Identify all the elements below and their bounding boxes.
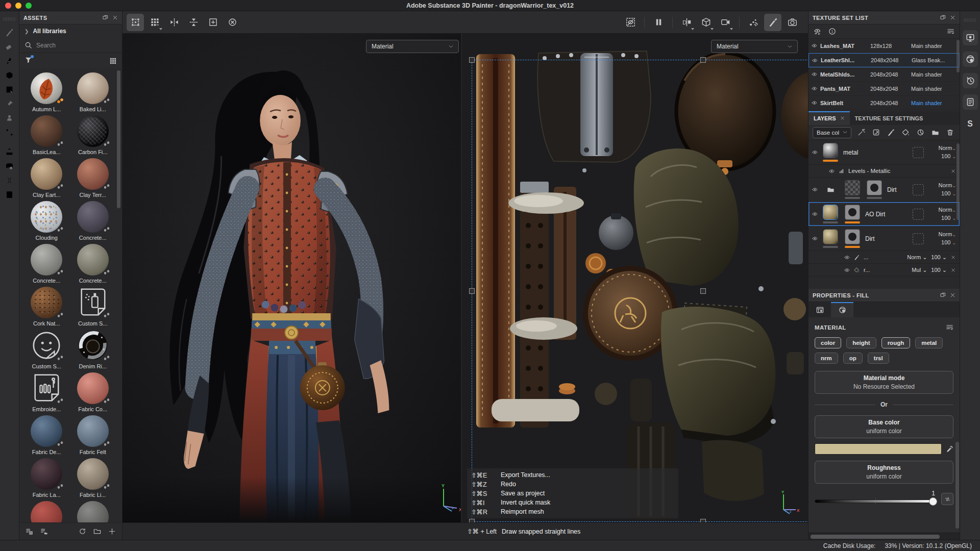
- asset-thumbnail[interactable]: [31, 287, 62, 318]
- channel-chip-height[interactable]: height: [846, 337, 876, 348]
- layer-row[interactable]: AO Dirt Norm⌄ 100 ⌄: [808, 202, 960, 227]
- remove-effect-icon[interactable]: [951, 169, 955, 173]
- remove-effect-icon[interactable]: [951, 268, 955, 272]
- mirror-y-tool-button[interactable]: [185, 14, 202, 31]
- close-window-button[interactable]: [5, 3, 11, 9]
- view-3d-tool-button[interactable]: [697, 14, 715, 31]
- layer-blend-mode[interactable]: Norm⌄: [927, 206, 956, 214]
- asset-item[interactable]: Fabric La...: [24, 458, 69, 501]
- all-libraries-selector[interactable]: ❯ All libraries: [19, 24, 122, 38]
- asset-item[interactable]: [71, 501, 115, 522]
- effect-opacity[interactable]: 100 ⌄: [931, 267, 947, 273]
- close-panel-icon[interactable]: [950, 15, 955, 20]
- layers-scrollbar[interactable]: [957, 143, 960, 220]
- layer-row[interactable]: Dirt Norm⌄ 100 ⌄: [808, 178, 960, 202]
- remove-effect-icon[interactable]: [951, 255, 955, 260]
- group-icon[interactable]: [932, 129, 939, 136]
- import-folder-icon[interactable]: [93, 528, 101, 535]
- material-mode-button[interactable]: Material mode No Resource Selected: [815, 371, 953, 394]
- asset-thumbnail[interactable]: [77, 158, 109, 190]
- eye-icon[interactable]: [829, 168, 835, 174]
- effects-icon[interactable]: [917, 129, 924, 136]
- asset-thumbnail[interactable]: [31, 158, 62, 190]
- close-panel-icon[interactable]: [950, 292, 955, 298]
- selection-handle[interactable]: [700, 519, 706, 522]
- selection-handle[interactable]: [469, 288, 475, 294]
- layer-thumbnail[interactable]: [845, 180, 860, 195]
- asset-item[interactable]: Custom S...: [24, 330, 69, 372]
- asset-thumbnail[interactable]: [31, 72, 62, 104]
- filter-button[interactable]: [24, 56, 32, 65]
- resources-updater-icon[interactable]: [3, 187, 17, 202]
- eye-icon[interactable]: [812, 71, 817, 77]
- tab-material-properties[interactable]: [831, 302, 853, 317]
- eraser-tool-icon[interactable]: [3, 39, 17, 54]
- projection-tool-icon[interactable]: [3, 54, 17, 68]
- tiling-tool-button[interactable]: [146, 14, 163, 31]
- layer-mask-thumbnail[interactable]: [867, 180, 882, 195]
- add-asset-icon[interactable]: [108, 528, 116, 535]
- asset-thumbnail[interactable]: [77, 287, 109, 318]
- effect-blend[interactable]: Norm ⌄: [907, 254, 927, 261]
- smart-material-icon[interactable]: [872, 129, 880, 136]
- layer-mask-thumbnail[interactable]: [845, 229, 860, 244]
- asset-thumbnail[interactable]: [31, 201, 62, 233]
- projection-off-tool-button[interactable]: [622, 14, 639, 31]
- asset-item[interactable]: Fabric Co...: [71, 372, 115, 415]
- wand-icon[interactable]: [857, 129, 865, 136]
- asset-thumbnail[interactable]: [31, 244, 62, 276]
- layer-row[interactable]: metal Norm⌄ 100 ⌄: [808, 140, 960, 165]
- layer-blend-mode[interactable]: Norm⌄: [927, 144, 956, 153]
- tab-layers[interactable]: LAYERS: [808, 111, 850, 125]
- asset-item[interactable]: Custom S...: [71, 287, 115, 330]
- layer-thumbnail[interactable]: [823, 205, 838, 220]
- history-hourglass-icon[interactable]: [3, 173, 17, 187]
- properties-hscrollbar[interactable]: [808, 533, 960, 540]
- float-panel-icon[interactable]: [103, 15, 108, 20]
- texture-set-shader[interactable]: Main shader: [911, 100, 957, 106]
- asset-thumbnail[interactable]: [77, 115, 109, 147]
- texture-set-row[interactable]: MetalShlds... 2048x2048 Main shader: [808, 67, 960, 82]
- asset-thumbnail[interactable]: [31, 501, 62, 522]
- asset-item[interactable]: Cork Nat...: [24, 287, 69, 330]
- split-view-tool-button[interactable]: D: [678, 14, 695, 31]
- eye-icon[interactable]: [812, 149, 818, 155]
- solo-view-icon[interactable]: 1: [828, 28, 836, 35]
- bake-button-icon[interactable]: [3, 159, 17, 173]
- channel-chip-op[interactable]: op: [843, 353, 863, 364]
- camera-view-tool-button[interactable]: [717, 14, 734, 31]
- mask-drop-target[interactable]: [913, 233, 924, 244]
- asset-item[interactable]: Clay Terr...: [71, 158, 115, 201]
- selection-handle[interactable]: [700, 57, 706, 63]
- texture-set-row[interactable]: Lashes_MAT 128x128 Main shader: [808, 39, 960, 53]
- texture-set-shader[interactable]: Main shader: [911, 71, 957, 78]
- texture-set-resolution[interactable]: 2048x2048: [871, 57, 909, 63]
- shader-settings-icon[interactable]: [963, 52, 978, 67]
- texture-set-resolution[interactable]: 2048x2048: [870, 100, 908, 106]
- tab-texture-set-settings[interactable]: TEXTURE SET SETTINGS: [850, 111, 928, 125]
- eye-icon[interactable]: [812, 187, 818, 192]
- mirror-x-tool-button[interactable]: [165, 14, 183, 31]
- layer-effect-row[interactable]: ... Norm ⌄ 100 ⌄: [808, 251, 960, 264]
- layer-effect-row[interactable]: r... Mul ⌄ 100 ⌄: [808, 264, 960, 277]
- asset-thumbnail[interactable]: [77, 501, 109, 522]
- asset-item[interactable]: Fabric Felt: [71, 415, 115, 458]
- particles-tool-button[interactable]: [745, 14, 762, 31]
- smudge-tool-icon[interactable]: [3, 96, 17, 111]
- float-panel-icon[interactable]: [940, 15, 946, 20]
- asset-item[interactable]: Embroide...: [24, 372, 69, 415]
- fill-layer-icon[interactable]: [902, 129, 910, 136]
- texture-set-row[interactable]: SkirtBelt 2048x2048 Main shader: [808, 96, 960, 110]
- asset-item[interactable]: Fabric De...: [24, 415, 69, 458]
- layer-row[interactable]: Dirt Norm⌄ 100 ⌄: [808, 227, 960, 251]
- asset-item[interactable]: BasicLea...: [24, 115, 69, 158]
- eye-icon[interactable]: [812, 211, 818, 217]
- float-panel-icon[interactable]: [940, 292, 946, 298]
- channel-chip-metal[interactable]: metal: [915, 337, 943, 348]
- eye-icon[interactable]: [812, 236, 818, 241]
- view2d-material-dropdown[interactable]: Material: [711, 40, 798, 53]
- layer-thumbnail[interactable]: [823, 229, 838, 244]
- base-color-swatch[interactable]: [815, 443, 942, 455]
- asset-thumbnail[interactable]: [77, 330, 109, 361]
- mask-drop-target[interactable]: [913, 184, 924, 195]
